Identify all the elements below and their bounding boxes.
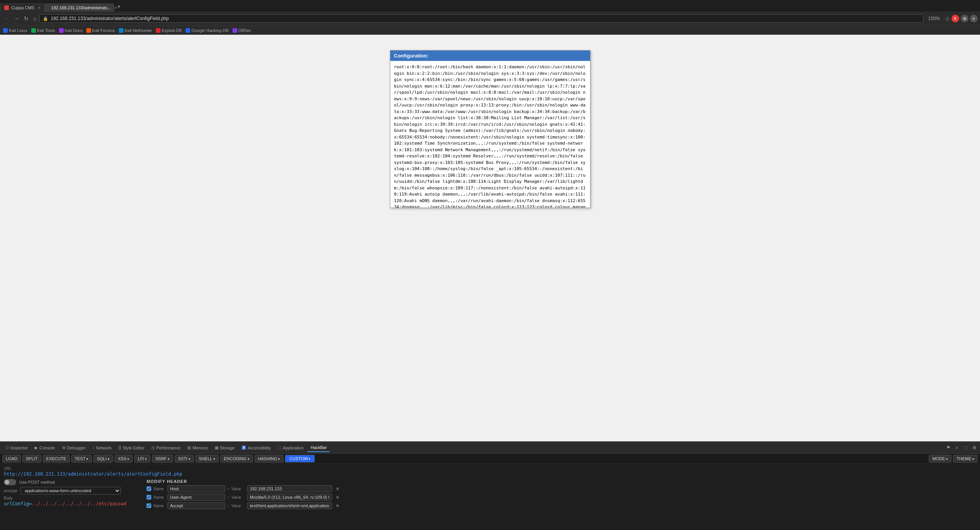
enctype-row: enctype application/x-www-form-urlencode… [4, 487, 139, 495]
config-header: Configuration: [390, 51, 590, 61]
devtools-tabs: ⬡ Inspector ▶ Console ⚙ Debugger ↕ Netwo… [0, 442, 980, 454]
config-box: Configuration: root:x:0:0:root:/root:/bi… [390, 50, 590, 208]
useragent-arrow: › [228, 495, 229, 500]
bookmark-google-hacking[interactable]: Google Hacking DB [186, 28, 229, 33]
bookmark-kali-linux[interactable]: Kali Linux [3, 28, 27, 33]
performance-icon: ◷ [151, 446, 155, 450]
devtools-tab-storage[interactable]: ▦ Storage [212, 444, 238, 452]
post-toggle-label: Use POST method [19, 480, 55, 484]
config-body: root:x:0:0:root:/root:/bin/bash daemon:x… [390, 61, 590, 208]
hackbar-toolbar: LOAD SPLIT EXECUTE TEST SQLI XSS LFI SSR… [0, 454, 980, 464]
custom-button[interactable]: CUSTOM [285, 455, 315, 462]
network-icon: ↕ [93, 446, 94, 450]
reload-button[interactable]: ↻ [22, 15, 30, 22]
accept-arrow: › [228, 503, 229, 508]
split-button[interactable]: SPLIT [22, 455, 41, 462]
encoding-button[interactable]: ENCODING [220, 455, 253, 462]
bookmark-label: Kali NetHunter [125, 28, 152, 33]
bookmark-kali-nethunter[interactable]: Kali NetHunter [119, 28, 152, 33]
memory-icon: ▤ [187, 446, 191, 450]
bookmark-kali-tools[interactable]: Kali Tools [31, 28, 55, 33]
devtools-tab-performance[interactable]: ◷ Performance [148, 444, 184, 452]
body-prefix: urlConfig= [4, 501, 32, 506]
url-label: URL [4, 466, 976, 471]
style-icon: {} [118, 446, 121, 450]
application-label: Application [283, 446, 304, 450]
nav-bar: ← → ↻ ⌂ 🔒 192.168.231.133/administrator/… [0, 12, 980, 25]
devtools-tab-hackbar[interactable]: HackBar [307, 444, 330, 452]
bookmark-offsec[interactable]: OffSec [233, 28, 251, 33]
post-toggle-row: Use POST method [4, 479, 139, 485]
enctype-select[interactable]: application/x-www-form-urlencoded multip… [20, 487, 121, 495]
bookmark-star-button[interactable]: ☆ [945, 15, 950, 22]
new-tab-button[interactable]: + [114, 3, 124, 10]
bookmark-label: Google Hacking DB [191, 28, 229, 33]
load-button[interactable]: LOAD [2, 455, 21, 462]
body-path: ../../../../../../../../etc/passwd [32, 501, 127, 506]
devtools-expand-button[interactable]: ⊞ [971, 444, 978, 451]
accessibility-icon: ♿ [241, 446, 246, 450]
bookmark-label: Kali Linux [9, 28, 27, 33]
home-button[interactable]: ⌂ [32, 15, 38, 22]
post-toggle[interactable] [4, 479, 16, 485]
ext-icon-3[interactable]: ≡ [970, 15, 978, 22]
sqli-button[interactable]: SQLI [93, 455, 113, 462]
hackbar-main-row: Use POST method enctype application/x-ww… [4, 479, 976, 509]
hackbar-tab-label: HackBar [310, 445, 327, 450]
ssrf-button[interactable]: SSRF [152, 455, 173, 462]
devtools-tab-accessibility[interactable]: ♿ Accessibility [238, 444, 274, 452]
devtools-flag-button[interactable]: ⚑ [945, 444, 952, 451]
host-delete-button[interactable]: × [334, 486, 341, 492]
inspector-label: Inspector [10, 446, 28, 450]
devtools-tab-style-editor[interactable]: {} Style Editor [115, 444, 147, 452]
lfi-button[interactable]: LFI [134, 455, 150, 462]
bookmark-kali-forums[interactable]: Kali Forums [86, 28, 115, 33]
back-button[interactable]: ← [2, 15, 11, 22]
devtools-tab-debugger[interactable]: ⚙ Debugger [59, 444, 89, 452]
forward-button[interactable]: → [12, 15, 21, 22]
tab-admin[interactable]: 192.168.231.133/administrato... × [45, 3, 114, 12]
useragent-delete-button[interactable]: × [334, 494, 341, 500]
devtools-tab-console[interactable]: ▶ Console [32, 444, 58, 452]
devtools-tab-memory[interactable]: ▤ Memory [184, 444, 211, 452]
execute-button[interactable]: EXECUTE [43, 455, 70, 462]
ext-icon-2[interactable]: ⚙ [961, 15, 968, 22]
host-checkbox[interactable] [147, 486, 151, 491]
body-value[interactable]: urlConfig=../../../../../../../../etc/pa… [4, 501, 139, 506]
mode-button[interactable]: MODE [929, 455, 951, 462]
useragent-value-input[interactable] [247, 494, 332, 501]
test-button[interactable]: TEST [71, 455, 92, 462]
useragent-name-input[interactable] [167, 494, 225, 501]
devtools-tab-application[interactable]: ⬚ Application [275, 444, 307, 452]
xss-button[interactable]: XSS [115, 455, 133, 462]
tab-label: Cuppa CMS [11, 5, 34, 10]
useragent-checkbox[interactable] [147, 495, 151, 500]
accept-delete-button[interactable]: × [334, 503, 341, 509]
bookmark-kali-docs[interactable]: Kali Docs [59, 28, 83, 33]
memory-label: Memory [192, 446, 208, 450]
host-value-input[interactable] [247, 485, 332, 492]
devtools-tab-network[interactable]: ↕ Network [89, 444, 115, 452]
application-icon: ⬚ [278, 446, 281, 450]
theme-button[interactable]: THEME [953, 455, 978, 462]
bookmark-label: Exploit-DB [162, 28, 182, 33]
accept-value-input[interactable] [247, 502, 332, 509]
shell-button[interactable]: SHELL [196, 455, 219, 462]
devtools-tab-inspector[interactable]: ⬡ Inspector [2, 444, 31, 452]
tab-close[interactable]: × [38, 6, 40, 10]
accept-checkbox[interactable] [147, 503, 151, 508]
host-name-input[interactable] [167, 485, 225, 492]
tab-cuppa-cms[interactable]: Cuppa CMS × [0, 3, 45, 12]
ssti-button[interactable]: SSTI [175, 455, 194, 462]
ext-icon-1[interactable]: K [951, 15, 959, 22]
url-value[interactable]: http://192.168.231.133/administrator/ale… [4, 471, 976, 477]
devtools-dock-button[interactable]: ⬚ [962, 444, 969, 451]
accessibility-label: Accessibility [248, 446, 271, 450]
bookmark-icon [59, 28, 64, 33]
inspector-icon: ⬡ [5, 446, 9, 450]
devtools-close-button[interactable]: × [954, 445, 960, 451]
bookmark-exploit-db[interactable]: Exploit-DB [156, 28, 182, 33]
accept-name-input[interactable] [167, 502, 225, 509]
hashing-button[interactable]: HASHING [255, 455, 284, 462]
address-bar[interactable]: 🔒 192.168.231.133/administrator/alerts/a… [39, 14, 923, 23]
